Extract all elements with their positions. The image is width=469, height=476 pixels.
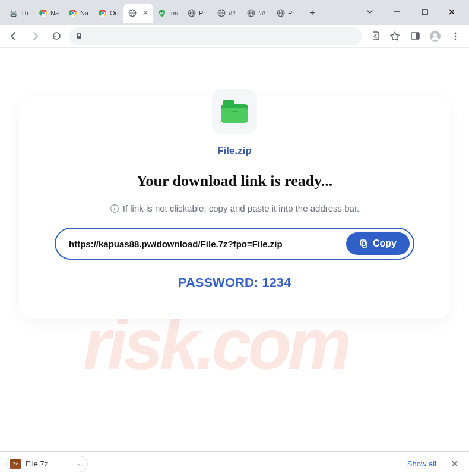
tab-label: Na	[80, 10, 88, 17]
file-icon-badge	[212, 89, 257, 134]
info-icon	[110, 204, 119, 213]
tab-label: Th	[21, 10, 28, 17]
profile-button[interactable]	[426, 27, 444, 45]
minimize-button[interactable]	[384, 2, 411, 21]
svg-rect-25	[422, 10, 427, 15]
chrome-icon	[99, 9, 107, 17]
download-card: File.zip Your download link is ready... …	[19, 96, 450, 319]
close-icon[interactable]: ✕	[142, 9, 148, 17]
svg-rect-28	[416, 33, 419, 39]
chrome-icon	[69, 9, 77, 17]
chrome-icon	[39, 9, 47, 17]
tab-label: Na	[50, 10, 59, 17]
tab-3[interactable]: Oo	[94, 4, 123, 23]
download-link[interactable]: https://kapuas88.pw/download/File.7z?fpo…	[69, 239, 339, 249]
password-label: PASSWORD: 1234	[55, 275, 414, 291]
globe-icon	[188, 9, 196, 17]
tab-label: ##	[229, 10, 236, 17]
tab-9[interactable]: Pr	[272, 4, 302, 23]
back-button[interactable]	[5, 27, 23, 45]
tab-label: ##	[258, 10, 265, 17]
tab-4-active[interactable]: ✕	[123, 4, 153, 23]
tab-5[interactable]: Ins	[153, 4, 183, 23]
globe-icon	[217, 9, 226, 17]
svg-point-30	[433, 33, 437, 37]
globe-icon	[247, 9, 255, 17]
filename-label: File.zip	[55, 145, 414, 157]
printer-icon: 🖨️	[9, 9, 18, 17]
tab-7[interactable]: ##	[213, 4, 242, 23]
menu-button[interactable]	[446, 27, 464, 45]
svg-point-33	[455, 38, 457, 40]
lock-icon	[75, 32, 83, 40]
svg-point-31	[455, 32, 457, 34]
headline: Your download link is ready...	[55, 172, 414, 190]
tab-label: Oo	[110, 10, 119, 17]
globe-icon	[277, 9, 285, 17]
download-filename: File.7z	[26, 459, 48, 468]
show-all-button[interactable]: Show all	[403, 457, 441, 471]
maximize-button[interactable]	[411, 2, 438, 21]
titlebar: 🖨️Th Na Na Oo ✕ Ins Pr ## ## Pr +	[0, 0, 469, 25]
tab-1[interactable]: Na	[34, 4, 64, 23]
svg-rect-26	[77, 36, 81, 39]
copy-icon	[359, 239, 369, 248]
copy-button[interactable]: Copy	[346, 232, 410, 255]
tab-label: Pr	[288, 10, 294, 17]
svg-point-35	[114, 206, 115, 207]
svg-rect-38	[361, 240, 366, 245]
window-controls	[356, 2, 465, 21]
link-row: https://kapuas88.pw/download/File.7z?fpo…	[55, 228, 414, 260]
tab-search-button[interactable]	[356, 2, 384, 21]
tab-label: Pr	[199, 10, 205, 17]
downloads-bar: 7z File.7z ︿ Show all ✕	[0, 451, 469, 476]
folder-icon	[221, 100, 248, 123]
archive-icon: 7z	[10, 459, 21, 469]
side-panel-button[interactable]	[406, 27, 424, 45]
tab-6[interactable]: Pr	[183, 4, 213, 23]
new-tab-button[interactable]: +	[304, 5, 321, 21]
tab-strip: 🖨️Th Na Na Oo ✕ Ins Pr ## ## Pr +	[5, 4, 356, 23]
tab-8[interactable]: ##	[242, 4, 272, 23]
tab-label: Ins	[169, 10, 178, 17]
hint-text: If link is not clickable, copy and paste…	[55, 203, 414, 213]
tab-2[interactable]: Na	[64, 4, 94, 23]
close-window-button[interactable]	[438, 2, 465, 21]
reload-button[interactable]	[47, 27, 65, 45]
tab-0[interactable]: 🖨️Th	[5, 4, 34, 23]
globe-icon	[128, 9, 137, 17]
close-downloads-button[interactable]: ✕	[446, 456, 463, 472]
svg-rect-36	[114, 208, 115, 211]
toolbar	[0, 25, 469, 48]
forward-button[interactable]	[26, 27, 44, 45]
download-item[interactable]: 7z File.7z ︿	[6, 456, 88, 472]
shield-icon	[158, 9, 166, 17]
svg-point-32	[455, 35, 457, 37]
page-content: PC risk.com File.zip Your download link …	[0, 48, 469, 451]
hint-label: If link is not clickable, copy and paste…	[123, 203, 360, 213]
chevron-up-icon[interactable]: ︿	[77, 460, 83, 468]
bookmark-button[interactable]	[386, 27, 404, 45]
share-button[interactable]	[366, 27, 384, 45]
copy-label: Copy	[373, 238, 397, 249]
address-bar[interactable]	[69, 27, 362, 45]
svg-rect-37	[362, 242, 367, 247]
